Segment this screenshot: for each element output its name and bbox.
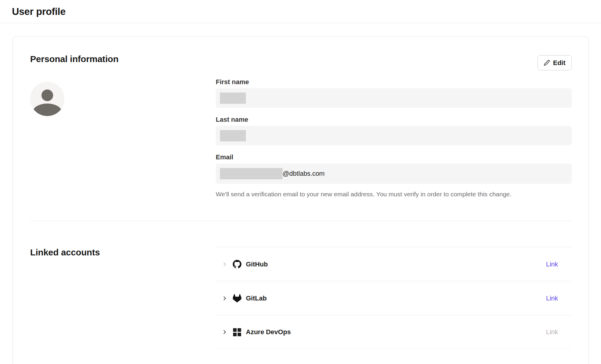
chevron-right-icon[interactable] <box>221 295 228 302</box>
avatar <box>30 82 64 116</box>
account-name: GitHub <box>246 260 268 268</box>
first-name-input <box>216 88 572 108</box>
linked-accounts-heading: Linked accounts <box>30 247 100 257</box>
github-icon <box>233 260 241 269</box>
email-label: Email <box>216 153 233 161</box>
linked-accounts-list: GitHub Link GitLab Link <box>215 247 572 349</box>
email-domain-text: @dbtlabs.com <box>283 170 325 178</box>
first-name-label: First name <box>216 78 249 86</box>
redacted-value <box>220 130 246 141</box>
user-profile-page: User profile Personal information Edit F… <box>0 0 601 364</box>
linked-account-row-github: GitHub Link <box>215 247 572 281</box>
gitlab-icon <box>233 294 241 303</box>
azure-devops-link-action-disabled: Link <box>546 328 572 336</box>
last-name-label: Last name <box>216 116 248 124</box>
person-silhouette-icon <box>41 90 53 101</box>
email-input: @dbtlabs.com <box>216 164 572 184</box>
linked-account-row-azure-devops: Azure DevOps Link <box>215 315 572 349</box>
email-help-text: We'll send a verification email to your … <box>216 191 511 198</box>
github-link-action[interactable]: Link <box>546 260 572 268</box>
edit-button[interactable]: Edit <box>537 55 572 70</box>
chevron-right-icon[interactable] <box>221 261 228 268</box>
azure-devops-icon <box>233 328 241 337</box>
personal-information-heading: Personal information <box>30 54 118 64</box>
chevron-right-icon[interactable] <box>221 329 228 335</box>
edit-button-label: Edit <box>553 59 565 67</box>
page-header: User profile <box>0 0 601 23</box>
linked-account-row-gitlab: GitLab Link <box>215 281 572 315</box>
page-title: User profile <box>12 6 66 17</box>
redacted-value <box>220 168 283 179</box>
gitlab-link-action[interactable]: Link <box>546 294 572 302</box>
last-name-input <box>216 126 572 145</box>
section-divider <box>30 221 572 221</box>
profile-card: Personal information Edit First name Las… <box>13 36 589 364</box>
account-name: GitLab <box>246 294 267 302</box>
pencil-icon <box>544 60 550 66</box>
account-name: Azure DevOps <box>246 328 291 336</box>
redacted-value <box>220 92 246 104</box>
